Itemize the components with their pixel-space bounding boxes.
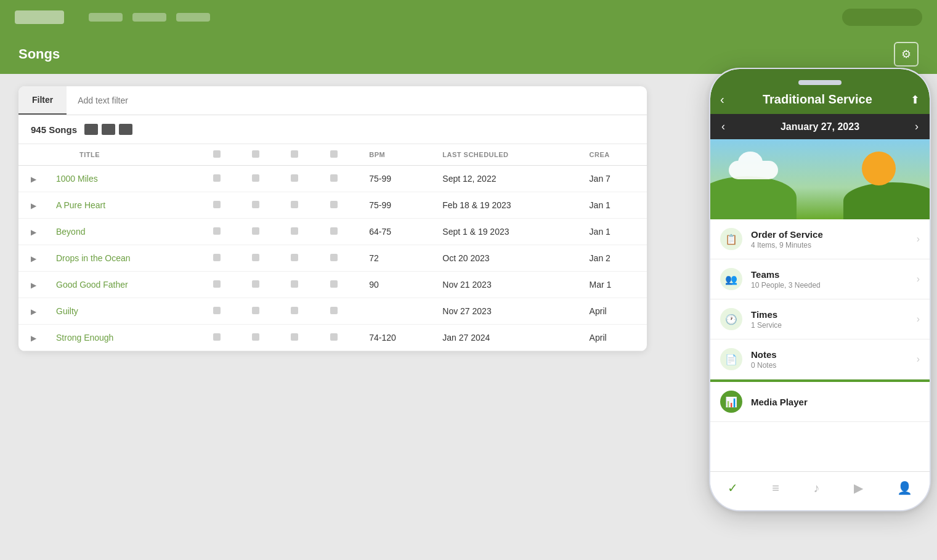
bottom-nav-person[interactable]: 👤 <box>892 478 917 498</box>
row-bpm: 72 <box>362 245 435 272</box>
col-tag4 <box>323 144 362 166</box>
row-bpm: 74-120 <box>362 325 435 351</box>
phone-mockup: ‹ Traditional Service ⬆ ‹ January 27, 20… <box>709 68 931 511</box>
phone-service-title: Traditional Service <box>731 92 904 107</box>
row-created: Jan 1 <box>582 219 647 245</box>
row-expand-btn[interactable]: ▶ <box>26 305 41 319</box>
row-title[interactable]: Strong Enough <box>49 325 206 351</box>
row-created: Jan 7 <box>582 166 647 192</box>
row-dot2 <box>252 280 259 288</box>
col-last-scheduled[interactable]: LAST SCHEDULED <box>435 144 582 166</box>
phone-inner: ‹ Traditional Service ⬆ ‹ January 27, 20… <box>710 69 930 510</box>
row-last-scheduled: Sept 1 & 19 2023 <box>435 219 582 245</box>
row-expand-btn[interactable]: ▶ <box>26 225 41 239</box>
order-of-service-chevron: › <box>917 233 920 245</box>
row-last-scheduled: Nov 21 2023 <box>435 272 582 298</box>
view-toggle <box>84 124 132 135</box>
row-expand-btn[interactable]: ▶ <box>26 252 41 266</box>
phone-back-button[interactable]: ‹ <box>720 92 724 107</box>
bottom-nav-checklist[interactable]: ✓ <box>723 478 743 498</box>
gear-button[interactable]: ⚙ <box>894 42 919 67</box>
row-created: April <box>582 325 647 351</box>
phone-menu-item-notes[interactable]: 📄 Notes 0 Notes › <box>710 339 930 379</box>
media-player-title: Media Player <box>751 397 808 407</box>
filter-text-input[interactable] <box>68 87 647 114</box>
row-dot3 <box>291 254 298 261</box>
bottom-nav-list[interactable]: ≡ <box>767 479 784 498</box>
row-dot3 <box>291 307 298 314</box>
order-of-service-icon: 📋 <box>720 228 742 250</box>
table-row: ▶ Good Good Father 90 Nov 21 2023 Mar 1 <box>18 272 647 298</box>
filter-button[interactable]: Filter <box>18 86 67 115</box>
row-dot4 <box>330 280 338 288</box>
date-next-button[interactable]: › <box>915 120 919 133</box>
row-dot2 <box>252 333 259 341</box>
row-title[interactable]: A Pure Heart <box>49 192 206 219</box>
col-bpm[interactable]: BPM <box>362 144 435 166</box>
row-dot4 <box>330 307 338 314</box>
page-title: Songs <box>18 46 60 62</box>
times-subtitle: 1 Service <box>751 321 917 330</box>
teams-subtitle: 10 People, 3 Needed <box>751 281 917 290</box>
row-dot2 <box>252 307 259 314</box>
teams-title: Teams <box>751 269 917 280</box>
nav-link-1[interactable] <box>89 13 123 22</box>
gear-icon: ⚙ <box>901 47 911 61</box>
bottom-nav-play[interactable]: ▶ <box>849 478 868 498</box>
songs-count-label: 945 Songs <box>31 124 77 135</box>
col-tag2 <box>245 144 283 166</box>
row-created: Jan 2 <box>582 245 647 272</box>
col-title[interactable]: TITLE <box>49 144 206 166</box>
row-created: Jan 1 <box>582 192 647 219</box>
view-toggle-grid[interactable] <box>84 124 98 135</box>
phone-media-player-item[interactable]: 📊 Media Player <box>710 382 930 422</box>
hero-hill-left <box>710 176 797 219</box>
table-row: ▶ Guilty Nov 27 2023 April <box>18 298 647 325</box>
phone-menu: 📋 Order of Service 4 Items, 9 Minutes › … <box>710 219 930 471</box>
row-expand-btn[interactable]: ▶ <box>26 331 41 345</box>
nav-logo <box>15 10 64 24</box>
row-dot3 <box>291 201 298 208</box>
phone-share-button[interactable]: ⬆ <box>911 93 920 107</box>
row-title[interactable]: Drops in the Ocean <box>49 245 206 272</box>
table-row: ▶ Beyond 64-75 Sept 1 & 19 2023 Jan 1 <box>18 219 647 245</box>
row-title[interactable]: Good Good Father <box>49 272 206 298</box>
date-label: January 27, 2023 <box>781 121 859 132</box>
row-expand-btn[interactable]: ▶ <box>26 199 41 213</box>
times-icon: 🕐 <box>720 308 742 330</box>
table-row: ▶ 1000 Miles 75-99 Sept 12, 2022 Jan 7 <box>18 166 647 192</box>
nav-link-2[interactable] <box>132 13 166 22</box>
nav-right-btn[interactable] <box>842 9 922 26</box>
teams-icon: 👥 <box>720 268 742 290</box>
phone-speaker <box>798 80 842 85</box>
row-dot1 <box>213 174 221 182</box>
row-dot1 <box>213 333 221 341</box>
phone-menu-item-times[interactable]: 🕐 Times 1 Service › <box>710 299 930 339</box>
row-dot1 <box>213 280 221 288</box>
row-title[interactable]: 1000 Miles <box>49 166 206 192</box>
phone-menu-item-order-of-service[interactable]: 📋 Order of Service 4 Items, 9 Minutes › <box>710 219 930 259</box>
row-bpm <box>362 298 435 325</box>
date-prev-button[interactable]: ‹ <box>721 120 725 133</box>
col-expand <box>18 144 49 166</box>
notes-title: Notes <box>751 349 917 360</box>
row-last-scheduled: Nov 27 2023 <box>435 298 582 325</box>
row-dot4 <box>330 227 338 235</box>
table-header-row: TITLE BPM LAST SCHEDULED CREA <box>18 144 647 166</box>
nav-link-3[interactable] <box>176 13 210 22</box>
row-last-scheduled: Sept 12, 2022 <box>435 166 582 192</box>
row-title[interactable]: Guilty <box>49 298 206 325</box>
notes-subtitle: 0 Notes <box>751 361 917 370</box>
col-created[interactable]: CREA <box>582 144 647 166</box>
phone-menu-item-teams[interactable]: 👥 Teams 10 People, 3 Needed › <box>710 259 930 299</box>
row-expand-btn[interactable]: ▶ <box>26 278 41 292</box>
bottom-nav-music[interactable]: ♪ <box>808 479 824 498</box>
view-toggle-list[interactable] <box>102 124 115 135</box>
view-toggle-compact[interactable] <box>119 124 132 135</box>
row-dot2 <box>252 174 259 182</box>
row-dot3 <box>291 227 298 235</box>
row-title[interactable]: Beyond <box>49 219 206 245</box>
row-bpm: 64-75 <box>362 219 435 245</box>
row-expand-btn[interactable]: ▶ <box>26 172 41 186</box>
col-tag3 <box>283 144 322 166</box>
